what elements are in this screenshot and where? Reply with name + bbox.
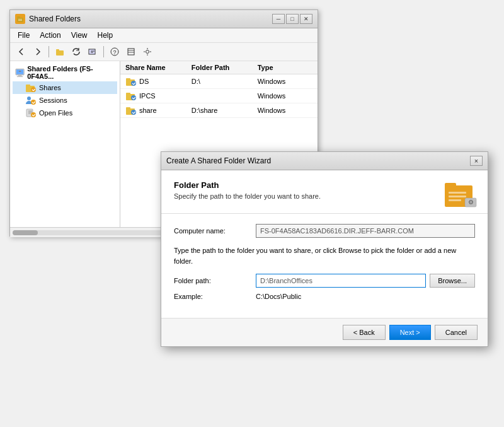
wizard-folder-icon: ⚙ [445, 180, 475, 206]
toolbar-folder-button[interactable] [52, 45, 67, 59]
svg-text:⚙: ⚙ [468, 199, 474, 206]
svg-rect-29 [126, 93, 130, 95]
example-value: C:\Docs\Public [256, 293, 301, 300]
close-button[interactable]: ✕ [300, 14, 312, 24]
browse-button[interactable]: Browse... [430, 274, 475, 288]
wizard-body: Computer name: Type the path to the fold… [161, 214, 488, 318]
row-type-share: Windows [258, 107, 312, 114]
folder-path-label: Folder path: [174, 277, 256, 284]
svg-rect-35 [445, 183, 456, 189]
cancel-button[interactable]: Cancel [435, 325, 478, 340]
table-row[interactable]: DS D:\ Windows [120, 74, 318, 89]
toolbar: ? [10, 43, 318, 61]
share-icon-ds [125, 76, 137, 86]
svg-rect-37 [449, 196, 466, 197]
tree-item-sessions[interactable]: Sessions [13, 94, 117, 107]
main-window-title: Shared Folders [29, 15, 81, 23]
svg-rect-36 [449, 192, 466, 194]
folder-path-row: Folder path: Browse... [174, 274, 475, 288]
wizard-title-bar: Create A Shared Folder Wizard × [161, 152, 488, 170]
col-header-path: Folder Path [192, 64, 258, 71]
wizard-footer: < Back Next > Cancel [161, 318, 488, 346]
tree-item-shares-label: Shares [39, 84, 61, 91]
menu-action[interactable]: Action [35, 30, 66, 41]
wizard-title: Create A Shared Folder Wizard [166, 156, 271, 165]
sessions-icon [25, 95, 37, 105]
menu-bar: File Action View Help [10, 28, 318, 43]
wizard-dialog: Create A Shared Folder Wizard × Folder P… [161, 151, 488, 347]
svg-rect-0 [17, 18, 23, 22]
col-header-type: Type [258, 64, 312, 71]
table-row[interactable]: IPCS Windows [120, 89, 318, 103]
row-type-ds: Windows [258, 78, 312, 85]
tree-item-openfiles-label: Open Files [39, 109, 72, 117]
tree-item-openfiles[interactable]: Open Files [13, 107, 117, 119]
folder-path-input[interactable] [256, 274, 426, 288]
svg-rect-1 [17, 16, 20, 18]
menu-file[interactable]: File [13, 30, 35, 41]
col-header-name: Share Name [125, 64, 192, 71]
tree-panel: Shared Folders (FS-0F4A5... Shares [10, 61, 120, 227]
share-icon-share [125, 105, 137, 115]
svg-point-12 [146, 50, 149, 54]
wizard-close-button[interactable]: × [470, 156, 483, 166]
svg-rect-15 [17, 76, 23, 77]
svg-rect-5 [56, 49, 59, 51]
svg-rect-19 [26, 85, 30, 87]
svg-text:?: ? [113, 49, 116, 56]
list-header: Share Name Folder Path Type [120, 61, 318, 74]
computer-name-label: Computer name: [174, 227, 256, 235]
svg-rect-17 [19, 71, 21, 72]
toolbar-sep-1 [49, 46, 49, 57]
menu-view[interactable]: View [66, 30, 93, 41]
next-button[interactable]: Next > [389, 325, 431, 340]
wizard-header: Folder Path Specify the path to the fold… [161, 170, 488, 214]
svg-rect-26 [126, 78, 130, 81]
computer-name-row: Computer name: [174, 224, 475, 238]
row-path-share: D:\share [192, 107, 258, 114]
toolbar-list-button[interactable] [123, 45, 139, 59]
minimize-button[interactable]: ─ [272, 14, 285, 24]
title-bar-left: Shared Folders [15, 14, 81, 24]
svg-rect-4 [56, 50, 64, 56]
back-button[interactable]: < Back [343, 325, 386, 340]
svg-point-21 [27, 97, 31, 100]
toolbar-export-button[interactable] [85, 45, 100, 59]
instruction-text: Type the path to the folder you want to … [174, 245, 475, 266]
row-name-ipcs: IPCS [125, 91, 192, 101]
table-row[interactable]: share D:\share Windows [120, 103, 318, 118]
row-type-ipcs: Windows [258, 92, 312, 100]
toolbar-refresh-button[interactable] [69, 45, 84, 59]
tree-item-shares[interactable]: Shares [13, 81, 117, 94]
wizard-step-title: Folder Path [174, 180, 437, 190]
toolbar-back-button[interactable] [14, 45, 29, 59]
svg-rect-38 [449, 199, 461, 201]
menu-help[interactable]: Help [93, 30, 118, 41]
svg-rect-2 [18, 19, 22, 20]
toolbar-sep-2 [103, 46, 104, 57]
toolbar-settings-button[interactable] [140, 45, 155, 59]
svg-rect-9 [128, 49, 134, 55]
svg-rect-6 [89, 49, 95, 54]
share-icon-ipcs [125, 91, 137, 101]
wizard-header-text: Folder Path Specify the path to the fold… [174, 180, 437, 200]
shares-icon [25, 83, 37, 93]
example-row: Example: C:\Docs\Public [174, 293, 475, 300]
main-title-bar: Shared Folders ─ □ ✕ [10, 10, 318, 28]
svg-rect-32 [126, 107, 130, 110]
openfiles-icon [25, 108, 37, 118]
maximize-button[interactable]: □ [286, 14, 299, 24]
toolbar-help-button[interactable]: ? [107, 45, 122, 59]
example-label: Example: [174, 293, 256, 300]
tree-root[interactable]: Shared Folders (FS-0F4A5... [13, 64, 117, 81]
row-name-ds: DS [125, 76, 192, 86]
wizard-step-desc: Specify the path to the folder you want … [174, 192, 437, 200]
row-name-share: share [125, 105, 192, 115]
computer-icon [15, 67, 25, 78]
toolbar-forward-button[interactable] [30, 45, 45, 59]
app-icon [15, 14, 25, 24]
computer-name-input[interactable] [256, 224, 475, 238]
tree-item-sessions-label: Sessions [39, 97, 67, 104]
row-path-ds: D:\ [192, 78, 258, 85]
scrollbar-thumb [13, 230, 38, 235]
